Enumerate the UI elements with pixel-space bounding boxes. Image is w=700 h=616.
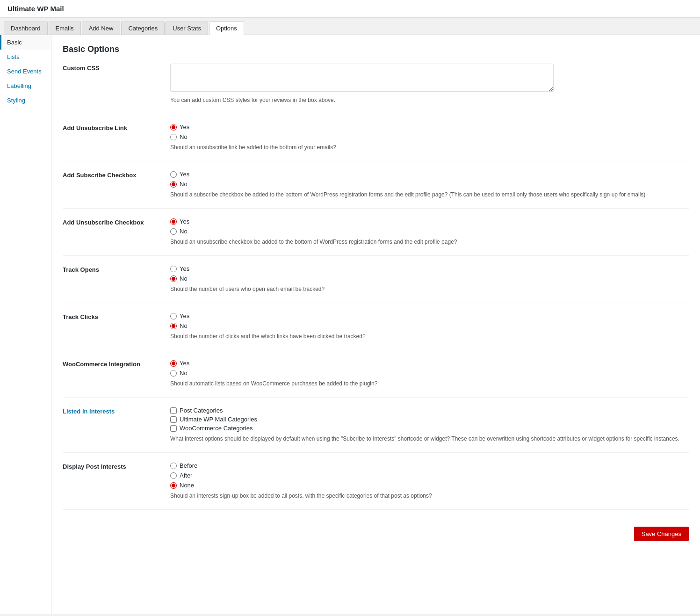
option-desc-add-unsubscribe-checkbox: Should an unsubscribe checkbox be added … bbox=[170, 238, 689, 246]
main-content: Basic Options Custom CSSYou can add cust… bbox=[51, 35, 700, 614]
radio-label-woocommerce-integration-no: No bbox=[180, 370, 188, 377]
radio-item-woocommerce-integration-yes[interactable]: Yes bbox=[170, 360, 689, 367]
option-row-add-unsubscribe-checkbox: Add Unsubscribe CheckboxYesNoShould an u… bbox=[63, 218, 689, 256]
radio-group-woocommerce-integration: YesNo bbox=[170, 360, 689, 377]
nav-tab-add-new[interactable]: Add New bbox=[82, 22, 121, 35]
radio-label-track-clicks-yes: Yes bbox=[180, 312, 189, 319]
save-changes-button[interactable]: Save Changes bbox=[634, 527, 689, 541]
radio-input-track-clicks-no[interactable] bbox=[170, 323, 177, 329]
option-row-custom-css: Custom CSSYou can add custom CSS styles … bbox=[63, 64, 689, 114]
sidebar-item-basic[interactable]: Basic bbox=[0, 35, 51, 50]
nav-tab-options[interactable]: Options bbox=[209, 22, 244, 35]
checkbox-item-listed-in-interests-post-categories[interactable]: Post Categories bbox=[170, 407, 689, 414]
nav-tab-emails[interactable]: Emails bbox=[49, 22, 81, 35]
radio-item-display-post-interests-none[interactable]: None bbox=[170, 482, 689, 489]
radio-item-display-post-interests-before[interactable]: Before bbox=[170, 462, 689, 469]
radio-input-track-clicks-yes[interactable] bbox=[170, 313, 177, 319]
option-row-woocommerce-integration: WooCommerce IntegrationYesNoShould autom… bbox=[63, 360, 689, 398]
option-controls-display-post-interests: BeforeAfterNoneShould an interests sign-… bbox=[170, 462, 689, 500]
radio-item-add-subscribe-checkbox-no[interactable]: No bbox=[170, 181, 689, 188]
option-label-add-subscribe-checkbox: Add Subscribe Checkbox bbox=[63, 171, 170, 199]
radio-label-add-unsubscribe-checkbox-yes: Yes bbox=[180, 218, 189, 225]
radio-label-add-unsubscribe-link-no: No bbox=[180, 133, 188, 140]
radio-group-add-subscribe-checkbox: YesNo bbox=[170, 171, 689, 188]
radio-item-track-clicks-yes[interactable]: Yes bbox=[170, 312, 689, 319]
radio-item-woocommerce-integration-no[interactable]: No bbox=[170, 370, 689, 377]
radio-label-add-unsubscribe-checkbox-no: No bbox=[180, 228, 188, 235]
radio-input-add-subscribe-checkbox-no[interactable] bbox=[170, 181, 177, 188]
option-desc-display-post-interests: Should an interests sign-up box be added… bbox=[170, 492, 689, 500]
option-label-custom-css: Custom CSS bbox=[63, 64, 170, 104]
radio-input-track-opens-yes[interactable] bbox=[170, 266, 177, 272]
radio-item-track-opens-no[interactable]: No bbox=[170, 275, 689, 282]
option-row-track-opens: Track OpensYesNoShould the number of use… bbox=[63, 265, 689, 303]
sidebar-item-styling[interactable]: Styling bbox=[0, 93, 51, 108]
page-title: Basic Options bbox=[63, 44, 689, 54]
checkbox-input-listed-in-interests-post-categories[interactable] bbox=[170, 407, 177, 414]
option-label-woocommerce-integration: WooCommerce Integration bbox=[63, 360, 170, 388]
option-desc-track-opens: Should the number of users who open each… bbox=[170, 285, 689, 293]
radio-item-add-unsubscribe-checkbox-no[interactable]: No bbox=[170, 228, 689, 235]
checkbox-label-listed-in-interests-post-categories: Post Categories bbox=[180, 407, 223, 414]
option-controls-add-unsubscribe-link: YesNoShould an unsubscribe link be added… bbox=[170, 123, 689, 152]
sidebar-item-lists[interactable]: Lists bbox=[0, 50, 51, 64]
radio-label-display-post-interests-after: After bbox=[180, 472, 192, 479]
radio-input-add-unsubscribe-link-yes[interactable] bbox=[170, 124, 177, 130]
radio-label-track-clicks-no: No bbox=[180, 322, 188, 329]
radio-input-add-unsubscribe-checkbox-yes[interactable] bbox=[170, 218, 177, 225]
nav-tab-dashboard[interactable]: Dashboard bbox=[4, 22, 48, 35]
radio-input-display-post-interests-none[interactable] bbox=[170, 482, 177, 489]
sidebar-item-send-events[interactable]: Send Events bbox=[0, 64, 51, 79]
app-title: Ultimate WP Mail bbox=[7, 5, 64, 13]
option-row-add-unsubscribe-link: Add Unsubscribe LinkYesNoShould an unsub… bbox=[63, 123, 689, 161]
checkbox-label-listed-in-interests-woo-categories: WooCommerce Categories bbox=[180, 425, 253, 432]
radio-item-add-unsubscribe-checkbox-yes[interactable]: Yes bbox=[170, 218, 689, 225]
radio-label-display-post-interests-before: Before bbox=[180, 462, 197, 469]
checkbox-group-listed-in-interests: Post CategoriesUltimate WP Mail Categori… bbox=[170, 407, 689, 432]
radio-item-track-opens-yes[interactable]: Yes bbox=[170, 265, 689, 272]
radio-label-add-unsubscribe-link-yes: Yes bbox=[180, 123, 189, 130]
option-desc-track-clicks: Should the number of clicks and the whic… bbox=[170, 332, 689, 341]
radio-input-woocommerce-integration-yes[interactable] bbox=[170, 360, 177, 367]
radio-input-display-post-interests-after[interactable] bbox=[170, 472, 177, 479]
option-label-listed-in-interests: Listed in Interests bbox=[63, 407, 170, 443]
option-label-track-opens: Track Opens bbox=[63, 265, 170, 293]
radio-label-track-opens-no: No bbox=[180, 275, 188, 282]
checkbox-input-listed-in-interests-woo-categories[interactable] bbox=[170, 425, 177, 432]
radio-item-add-unsubscribe-link-no[interactable]: No bbox=[170, 133, 689, 140]
sidebar: BasicListsSend EventsLabellingStyling bbox=[0, 35, 51, 614]
save-area: Save Changes bbox=[63, 519, 689, 543]
radio-group-add-unsubscribe-link: YesNo bbox=[170, 123, 689, 140]
radio-input-display-post-interests-before[interactable] bbox=[170, 463, 177, 469]
radio-item-display-post-interests-after[interactable]: After bbox=[170, 472, 689, 479]
radio-input-add-unsubscribe-checkbox-no[interactable] bbox=[170, 228, 177, 235]
nav-tab-user-stats[interactable]: User Stats bbox=[166, 22, 208, 35]
radio-label-add-subscribe-checkbox-no: No bbox=[180, 181, 188, 188]
radio-input-add-subscribe-checkbox-yes[interactable] bbox=[170, 171, 177, 178]
radio-label-track-opens-yes: Yes bbox=[180, 265, 189, 272]
radio-group-display-post-interests: BeforeAfterNone bbox=[170, 462, 689, 489]
custom-css-textarea[interactable] bbox=[170, 64, 554, 92]
radio-input-woocommerce-integration-no[interactable] bbox=[170, 370, 177, 377]
nav-tab-categories[interactable]: Categories bbox=[121, 22, 165, 35]
option-controls-add-unsubscribe-checkbox: YesNoShould an unsubscribe checkbox be a… bbox=[170, 218, 689, 246]
radio-item-add-unsubscribe-link-yes[interactable]: Yes bbox=[170, 123, 689, 130]
checkbox-input-listed-in-interests-uwpm-categories[interactable] bbox=[170, 416, 177, 423]
sidebar-item-labelling[interactable]: Labelling bbox=[0, 79, 51, 93]
option-desc-add-subscribe-checkbox: Should a subscribe checkbox be added to … bbox=[170, 190, 689, 199]
radio-label-woocommerce-integration-yes: Yes bbox=[180, 360, 189, 367]
radio-item-track-clicks-no[interactable]: No bbox=[170, 322, 689, 329]
checkbox-item-listed-in-interests-woo-categories[interactable]: WooCommerce Categories bbox=[170, 425, 689, 432]
options-container: Custom CSSYou can add custom CSS styles … bbox=[63, 64, 689, 510]
radio-input-track-opens-no[interactable] bbox=[170, 275, 177, 282]
radio-input-add-unsubscribe-link-no[interactable] bbox=[170, 134, 177, 140]
option-desc-custom-css: You can add custom CSS styles for your r… bbox=[170, 96, 689, 104]
checkbox-item-listed-in-interests-uwpm-categories[interactable]: Ultimate WP Mail Categories bbox=[170, 416, 689, 423]
option-row-listed-in-interests: Listed in InterestsPost CategoriesUltima… bbox=[63, 407, 689, 453]
app-title-bar: Ultimate WP Mail bbox=[0, 0, 700, 18]
option-desc-woocommerce-integration: Should automatic lists based on WooComme… bbox=[170, 379, 689, 388]
checkbox-label-listed-in-interests-uwpm-categories: Ultimate WP Mail Categories bbox=[180, 416, 257, 423]
option-controls-woocommerce-integration: YesNoShould automatic lists based on Woo… bbox=[170, 360, 689, 388]
option-controls-track-opens: YesNoShould the number of users who open… bbox=[170, 265, 689, 293]
radio-item-add-subscribe-checkbox-yes[interactable]: Yes bbox=[170, 171, 689, 178]
